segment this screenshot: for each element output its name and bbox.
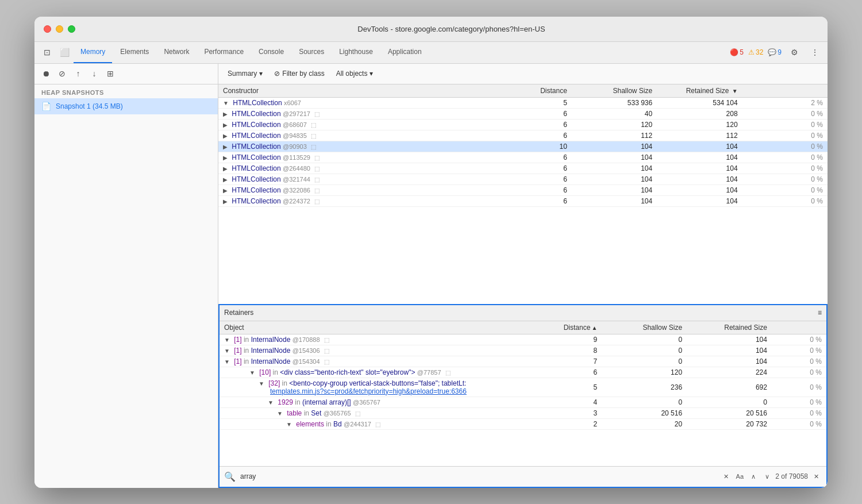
object-cell: ▼ [1] in InternalNode @170888 ⬚	[220, 334, 553, 345]
link-icon: ⬚	[311, 133, 316, 139]
list-item[interactable]: ▼ [32] in <bento-copy-group vertical-sta…	[220, 378, 826, 397]
list-item[interactable]: ▼ elements in Bd @244317 ⬚ 2 20 20 732	[220, 418, 826, 429]
minimize-button[interactable]	[56, 25, 63, 33]
expand-arrow-icon[interactable]: ▼	[223, 100, 229, 106]
col-shallow-ret: Shallow Size	[602, 321, 687, 334]
table-row[interactable]: ▶ HTMLCollection @113529 ⬚ 6 104 104 0 %	[218, 152, 828, 163]
search-icon: 🔍	[224, 471, 236, 482]
main-table: Constructor Distance Shallow Size Retain…	[218, 84, 828, 207]
expand-icon[interactable]: ▼	[277, 410, 283, 417]
table-row[interactable]: ▶ HTMLCollection @224372 ⬚ 6 104 104 0 %	[218, 195, 828, 206]
close-search-button[interactable]: ✕	[810, 471, 822, 482]
expand-icon[interactable]: ▼	[249, 370, 255, 376]
sort-icon: ▼	[732, 88, 738, 94]
tab-lighthouse[interactable]: Lighthouse	[332, 41, 380, 63]
object-cell: ▼ [10] in <div class="bento-rich-text" s…	[220, 367, 553, 378]
expand-icon[interactable]: ▼	[224, 337, 230, 343]
maximize-button[interactable]	[68, 25, 75, 33]
expand-arrow-icon[interactable]: ▶	[223, 198, 228, 205]
expand-arrow-icon[interactable]: ▶	[223, 122, 228, 128]
search-controls: ✕ Aa ∧ ∨ 2 of 79058 ✕	[720, 471, 822, 482]
tab-application[interactable]: Application	[381, 41, 429, 63]
col-distance-ret: Distance▲	[553, 321, 602, 334]
link-icon: ⬚	[314, 166, 320, 172]
table-row[interactable]: ▶ HTMLCollection @322086 ⬚ 6 104 104 0 %	[218, 184, 828, 195]
object-cell: ▼ [1] in InternalNode @154304 ⬚	[220, 356, 553, 367]
col-object: Object	[220, 321, 553, 334]
expand-icon[interactable]: ▼	[259, 380, 264, 387]
link-icon: ⬚	[314, 176, 320, 183]
filter-button[interactable]: ⊘ Filter by class	[270, 67, 329, 80]
tab-network[interactable]: Network	[157, 41, 196, 63]
source-link[interactable]: templates.min.js?sc=prod&fetchpriority=h…	[270, 387, 467, 395]
list-item[interactable]: ▼ [10] in <div class="bento-rich-text" s…	[220, 367, 826, 378]
list-item[interactable]: ▼ [1] in InternalNode @170888 ⬚ 9 0 104	[220, 334, 826, 345]
tab-memory[interactable]: Memory	[74, 41, 112, 63]
expand-arrow-icon[interactable]: ▶	[223, 155, 228, 161]
object-cell: ▼ elements in Bd @244317 ⬚	[220, 418, 553, 429]
next-match-button[interactable]: ∨	[761, 471, 773, 482]
expand-icon[interactable]: ▼	[224, 348, 230, 354]
table-row[interactable]: ▶ HTMLCollection @90903 ⬚ 10 104 104 0 %	[218, 141, 828, 152]
retainers-table-wrapper: Object Distance▲ Shallow Size Retained S…	[220, 321, 826, 466]
link-icon: ⬚	[314, 187, 320, 194]
settings-icon[interactable]: ⚙	[786, 44, 802, 60]
stop-icon[interactable]: ⊘	[55, 67, 69, 80]
tab-elements[interactable]: Elements	[113, 41, 156, 63]
sidebar-toolbar: ⏺ ⊘ ↑ ↓ ⊞	[34, 64, 218, 84]
main-table-wrapper: Constructor Distance Shallow Size Retain…	[218, 84, 828, 304]
clear-icon[interactable]: ⊞	[103, 67, 117, 80]
col-distance: Distance	[523, 84, 572, 98]
link-icon: ⬚	[314, 155, 320, 161]
table-row[interactable]: ▶ HTMLCollection @297217 ⬚ 6 40 208 0 %	[218, 108, 828, 119]
inspect-icon[interactable]: ⊡	[39, 44, 55, 60]
table-row[interactable]: ▶ HTMLCollection @321744 ⬚ 6 104 104 0 %	[218, 174, 828, 184]
error-badge: 🔴 5	[730, 48, 744, 56]
expand-icon[interactable]: ▼	[286, 421, 292, 428]
retainers-table: Object Distance▲ Shallow Size Retained S…	[220, 321, 826, 430]
list-item[interactable]: ▼ 1929 in (internal array)[] @365767 4 0…	[220, 397, 826, 407]
tab-console[interactable]: Console	[252, 41, 291, 63]
search-input[interactable]	[240, 472, 715, 480]
more-icon[interactable]: ⋮	[807, 44, 823, 60]
col-retained-pct	[742, 84, 828, 98]
expand-arrow-icon[interactable]: ▶	[223, 144, 228, 150]
table-row[interactable]: ▶ HTMLCollection @94835 ⬚ 6 112 112 0 %	[218, 130, 828, 141]
expand-arrow-icon[interactable]: ▶	[223, 133, 228, 139]
filter-label: Filter by class	[282, 70, 324, 78]
warn-badge: ⚠ 32	[748, 48, 763, 56]
link-icon: ⬚	[324, 359, 329, 365]
match-case-button[interactable]: Aa	[734, 471, 745, 482]
all-objects-dropdown[interactable]: All objects ▾	[332, 67, 378, 80]
link-icon: ⬚	[314, 198, 320, 205]
list-item[interactable]: ▼ table in Set @365765 ⬚ 3 20 516 20 516	[220, 407, 826, 418]
clear-search-button[interactable]: ✕	[720, 471, 732, 482]
sidebar-item-snapshot[interactable]: 📄 Snapshot 1 (34.5 MB)	[34, 98, 218, 114]
expand-arrow-icon[interactable]: ▶	[223, 111, 228, 117]
search-bar: 🔍 ✕ Aa ∧ ∨ 2 of 79058 ✕	[220, 466, 826, 487]
table-row[interactable]: ▶ HTMLCollection @264480 ⬚ 6 104 104 0 %	[218, 163, 828, 174]
expand-arrow-icon[interactable]: ▶	[223, 166, 228, 172]
close-button[interactable]	[44, 25, 51, 33]
expand-arrow-icon[interactable]: ▶	[223, 176, 228, 183]
list-item[interactable]: ▼ [1] in InternalNode @154306 ⬚ 8 0 104	[220, 345, 826, 356]
object-cell: ▼ [1] in InternalNode @154306 ⬚	[220, 345, 553, 356]
prev-match-button[interactable]: ∧	[748, 471, 759, 482]
constructor-cell: ▶ HTMLCollection @90903 ⬚	[218, 141, 523, 152]
upload-icon[interactable]: ↑	[71, 67, 85, 80]
link-icon: ⬚	[311, 144, 316, 150]
expand-icon[interactable]: ▼	[224, 359, 230, 365]
table-row[interactable]: ▼ HTMLCollection x6067 5 533 936 534 104…	[218, 97, 828, 108]
link-icon: ⬚	[375, 421, 380, 428]
summary-arrow-icon: ▾	[259, 70, 263, 78]
tab-performance[interactable]: Performance	[197, 41, 251, 63]
summary-dropdown[interactable]: Summary ▾	[223, 67, 267, 80]
device-icon[interactable]: ⬜	[56, 44, 72, 60]
table-row[interactable]: ▶ HTMLCollection @68607 ⬚ 6 120 120 0 %	[218, 119, 828, 130]
download-icon[interactable]: ↓	[87, 67, 101, 80]
expand-arrow-icon[interactable]: ▶	[223, 187, 228, 194]
list-item[interactable]: ▼ [1] in InternalNode @154304 ⬚ 7 0 104	[220, 356, 826, 367]
expand-icon[interactable]: ▼	[268, 399, 274, 406]
tab-sources[interactable]: Sources	[292, 41, 331, 63]
record-icon[interactable]: ⏺	[39, 67, 53, 80]
